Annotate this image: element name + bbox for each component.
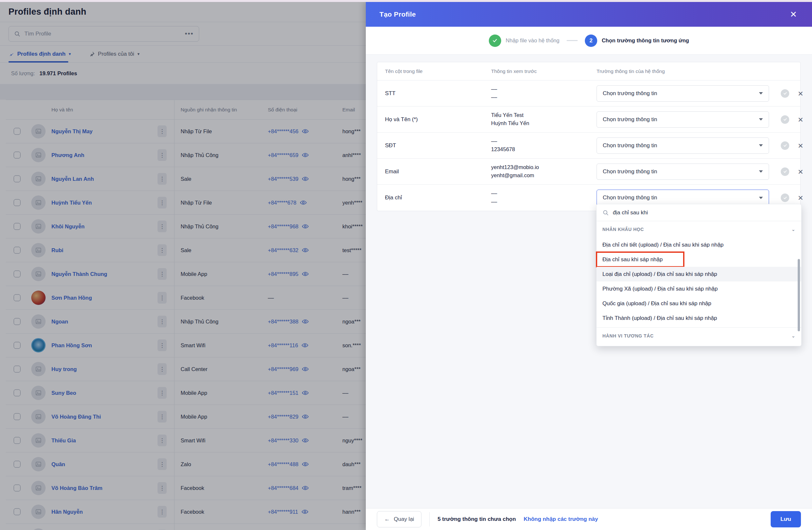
arrow-left-icon: ← xyxy=(385,516,390,522)
preview-line: –– xyxy=(491,94,497,102)
dropdown-option[interactable]: Loại địa chỉ (upload) / Địa chỉ sau khi … xyxy=(597,267,801,281)
chevron-down-icon: ⌄ xyxy=(792,227,795,232)
file-column-name: STT xyxy=(385,90,395,97)
group-label: NHÂN KHẨU HỌC xyxy=(603,227,644,232)
confirm-check-icon[interactable] xyxy=(781,167,789,176)
map-col-preview: Thông tin xem trước xyxy=(491,68,537,74)
dropdown-option[interactable]: Phường Xã (upload) / Địa chỉ sau khi sáp… xyxy=(597,281,801,296)
step-2-badge: 2 xyxy=(585,34,597,47)
confirm-check-icon[interactable] xyxy=(781,115,789,124)
unselected-fields-status: 5 trường thông tin chưa chọn xyxy=(437,516,516,522)
step-connector xyxy=(567,40,578,41)
confirm-check-icon[interactable] xyxy=(781,89,789,98)
remove-row-icon[interactable]: ✕ xyxy=(798,116,803,123)
step-1-check-icon xyxy=(489,34,501,47)
preview-line: 12345678 xyxy=(491,145,515,154)
search-icon xyxy=(603,209,609,216)
preview-line: Huỳnh Tiểu Yến xyxy=(491,120,529,128)
map-col-file: Tên cột trong file xyxy=(385,68,422,74)
step-1-label: Nhập file vào hệ thống xyxy=(506,38,560,44)
step-1: Nhập file vào hệ thống xyxy=(489,34,560,47)
close-icon[interactable]: ✕ xyxy=(788,10,798,18)
stepper: Nhập file vào hệ thống 2 Chọn trường thô… xyxy=(366,27,812,55)
mapping-row: STT –––– Chọn trường thông tin ✕ xyxy=(377,81,800,107)
select-placeholder: Chọn trường thông tin xyxy=(603,194,759,201)
dropdown-option[interactable]: Địa chỉ chi tiết (upload) / Địa chỉ sau … xyxy=(597,237,801,252)
create-profile-modal: Tạo Profile ✕ Nhập file vào hệ thống 2 C… xyxy=(366,2,812,530)
mapping-row: Email yenht123@mobio.ioyenht@gmail.com C… xyxy=(377,159,800,185)
back-button[interactable]: ← Quay lại xyxy=(377,511,421,527)
dropdown-search-row xyxy=(597,204,801,221)
caret-down-icon xyxy=(759,144,763,147)
dropdown-search-input[interactable] xyxy=(613,209,795,216)
caret-down-icon xyxy=(759,92,763,95)
caret-down-icon xyxy=(759,170,763,173)
preview-values: yenht123@mobio.ioyenht@gmail.com xyxy=(491,163,539,180)
preview-values: –––– xyxy=(491,189,497,206)
file-column-name: Email xyxy=(385,168,399,175)
preview-line: yenht123@mobio.io xyxy=(491,163,539,172)
group-hanh-vi-tuong-tac[interactable]: HÀNH VI TƯƠNG TÁC ⌄ xyxy=(597,328,801,344)
modal-title: Tạo Profile xyxy=(379,11,788,18)
preview-line: –– xyxy=(491,189,497,198)
confirm-check-icon[interactable] xyxy=(781,194,789,202)
preview-line: –– xyxy=(491,85,497,94)
select-placeholder: Chọn trường thông tin xyxy=(603,142,759,149)
mapping-row: Họ và Tên (*) Tiểu Yến TestHuỳnh Tiểu Yế… xyxy=(377,107,800,132)
field-select[interactable]: Chọn trường thông tin xyxy=(597,190,769,206)
mapping-body: STT –––– Chọn trường thông tin ✕ Họ và T… xyxy=(377,81,800,211)
modal-header: Tạo Profile ✕ xyxy=(366,2,812,27)
remove-row-icon[interactable]: ✕ xyxy=(798,142,803,149)
preview-line: yenht@gmail.com xyxy=(491,172,539,180)
field-select[interactable]: Chọn trường thông tin xyxy=(597,164,769,180)
preview-line: –– xyxy=(491,198,497,206)
dropdown-option[interactable]: Quốc gia (upload) / Địa chỉ sau khi sáp … xyxy=(597,296,801,311)
skip-fields-link[interactable]: Không nhập các trường này xyxy=(524,516,598,522)
modal-footer: ← Quay lại 5 trường thông tin chưa chọn … xyxy=(366,508,812,530)
preview-line: –– xyxy=(491,137,515,145)
chevron-down-icon: ⌄ xyxy=(792,333,795,338)
select-placeholder: Chọn trường thông tin xyxy=(603,90,759,97)
dropdown-option-highlighted[interactable]: Địa chỉ sau khi sáp nhập xyxy=(597,252,684,267)
remove-row-icon[interactable]: ✕ xyxy=(798,194,803,201)
file-column-name: Địa chỉ xyxy=(385,194,402,201)
group-label: HÀNH VI TƯƠNG TÁC xyxy=(603,333,653,338)
select-placeholder: Chọn trường thông tin xyxy=(603,116,759,123)
dropdown-scrollbar[interactable] xyxy=(798,259,800,331)
remove-row-icon[interactable]: ✕ xyxy=(798,168,803,175)
footer-divider xyxy=(429,512,430,527)
remove-row-icon[interactable]: ✕ xyxy=(798,90,803,97)
save-button[interactable]: Lưu xyxy=(771,511,801,527)
field-dropdown: NHÂN KHẨU HỌC ⌄ Địa chỉ chi tiết (upload… xyxy=(596,204,801,346)
preview-line: Tiểu Yến Test xyxy=(491,111,529,120)
preview-values: –––– xyxy=(491,85,497,102)
confirm-check-icon[interactable] xyxy=(781,141,789,150)
field-select[interactable]: Chọn trường thông tin xyxy=(597,138,769,154)
modal-backdrop[interactable] xyxy=(0,2,366,530)
caret-down-icon xyxy=(759,197,763,199)
step-2: 2 Chọn trường thông tin tương ứng xyxy=(585,34,689,47)
mapping-header-row: Tên cột trong file Thông tin xem trước T… xyxy=(377,62,800,81)
caret-down-icon xyxy=(759,118,763,121)
select-placeholder: Chọn trường thông tin xyxy=(603,168,759,175)
app-root: Profiles định danh ••• Profiles định dan… xyxy=(0,0,812,530)
preview-values: ––12345678 xyxy=(491,137,515,154)
back-label: Quay lại xyxy=(394,516,414,522)
mapping-row: SĐT ––12345678 Chọn trường thông tin ✕ xyxy=(377,132,800,159)
field-select[interactable]: Chọn trường thông tin xyxy=(597,111,769,128)
dropdown-options: Địa chỉ chi tiết (upload) / Địa chỉ sau … xyxy=(597,237,801,325)
mapping-table: Tên cột trong file Thông tin xem trước T… xyxy=(377,62,801,211)
map-col-system: Trường thông tin của hệ thống xyxy=(597,68,665,74)
file-column-name: Họ và Tên (*) xyxy=(385,116,418,123)
field-select[interactable]: Chọn trường thông tin xyxy=(597,85,769,102)
step-2-label: Chọn trường thông tin tương ứng xyxy=(602,38,689,44)
preview-values: Tiểu Yến TestHuỳnh Tiểu Yến xyxy=(491,111,529,128)
file-column-name: SĐT xyxy=(385,142,396,149)
window-top-edge xyxy=(0,0,812,2)
group-nhan-khau-hoc[interactable]: NHÂN KHẨU HỌC ⌄ xyxy=(597,221,801,237)
dropdown-option[interactable]: Tỉnh Thành (upload) / Địa chỉ sau khi sá… xyxy=(597,311,801,325)
